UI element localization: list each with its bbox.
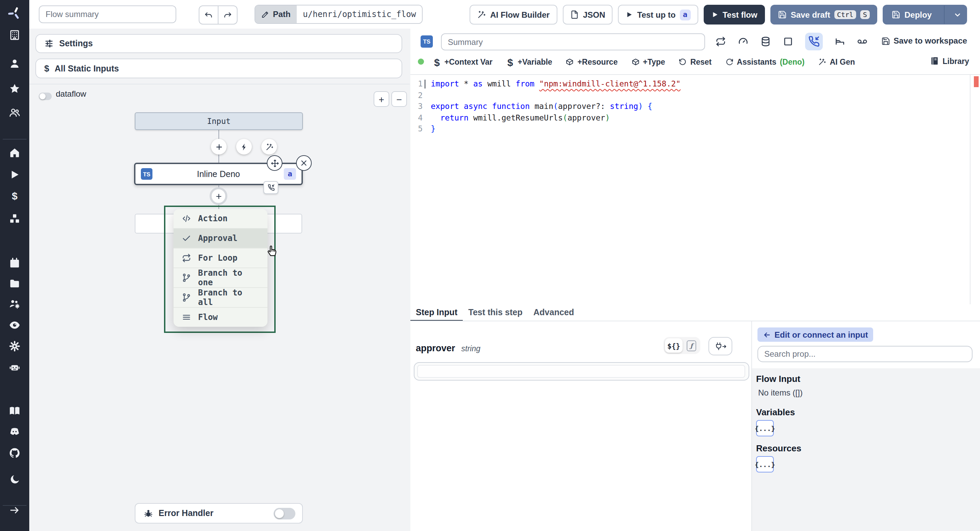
- library-button[interactable]: Library: [930, 56, 969, 65]
- rail-item-home[interactable]: [0, 144, 29, 161]
- variables-expand-button[interactable]: {...}: [756, 420, 774, 436]
- git-branch-icon: [182, 273, 191, 282]
- toolbar-resource-button[interactable]: +Resource: [566, 58, 617, 66]
- text-cursor: [424, 80, 425, 88]
- trigger-bolt-button[interactable]: [236, 139, 252, 155]
- json-button[interactable]: JSON: [563, 5, 612, 24]
- windmill-logo-icon[interactable]: [7, 5, 22, 21]
- database-icon[interactable]: [760, 36, 771, 47]
- save-to-workspace-button[interactable]: Save to workspace: [881, 36, 967, 46]
- voicemail-icon[interactable]: [857, 36, 868, 47]
- input-node[interactable]: Input: [135, 112, 303, 130]
- test-flow-button[interactable]: Test flow: [703, 5, 765, 24]
- resources-expand-button[interactable]: {...}: [756, 456, 774, 472]
- flow-summary-input[interactable]: [39, 5, 176, 23]
- rail-item-discord[interactable]: [0, 423, 29, 440]
- toolbar-reset-button[interactable]: Reset: [679, 58, 712, 66]
- step-node-title: Inline Deno: [197, 169, 240, 179]
- path-edit-button[interactable]: Path: [255, 5, 297, 23]
- ai-flow-builder-button[interactable]: AI Flow Builder: [469, 5, 557, 24]
- rail-item-gear[interactable]: [0, 337, 29, 355]
- toolbar-assistants-button[interactable]: Assistants(Deno): [725, 58, 804, 66]
- rail-item-eye[interactable]: [0, 316, 29, 333]
- rail-item-book[interactable]: [0, 402, 29, 419]
- rail-item-users-gear[interactable]: [0, 295, 29, 313]
- tab-advanced[interactable]: Advanced: [528, 304, 580, 321]
- gauge-icon[interactable]: [738, 36, 749, 47]
- eye-icon: [9, 319, 21, 330]
- rotate-ccw-icon: [679, 58, 687, 66]
- rail-item-star[interactable]: [0, 80, 29, 97]
- test-up-to-button[interactable]: Test up to a: [618, 5, 698, 24]
- bug-icon: [143, 509, 153, 518]
- step-summary-input[interactable]: [441, 33, 705, 50]
- prop-type: string: [461, 344, 480, 352]
- menu-item-approval[interactable]: Approval: [173, 229, 267, 249]
- bed-icon[interactable]: [834, 36, 845, 47]
- plug-arrow-icon: [714, 341, 727, 351]
- flow-settings-button[interactable]: Settings: [35, 34, 402, 53]
- move-step-button[interactable]: [267, 155, 282, 171]
- language-status-dot: [418, 59, 424, 65]
- undo-button[interactable]: [199, 5, 218, 24]
- save-draft-button[interactable]: Save draft Ctrl S: [770, 5, 877, 24]
- insert-step-below-button[interactable]: [210, 187, 227, 205]
- insert-step-button[interactable]: [211, 139, 227, 155]
- toolbar-contextvar-button[interactable]: $+Context Var: [433, 58, 492, 66]
- rail-item-building[interactable]: [0, 26, 29, 43]
- tab-test-this-step[interactable]: Test this step: [463, 304, 528, 321]
- error-handler-row[interactable]: Error Handler: [135, 503, 303, 523]
- wand-sparkles-icon: [265, 143, 273, 151]
- dataflow-toggle[interactable]: [39, 92, 52, 100]
- book-icon: [930, 56, 939, 65]
- toolbar-variable-button[interactable]: $+Variable: [506, 58, 552, 66]
- zoom-in-button[interactable]: +: [374, 91, 389, 107]
- redo-button[interactable]: [218, 5, 237, 24]
- repeat-icon: [182, 253, 191, 263]
- edit-or-connect-button[interactable]: Edit or connect an input: [757, 327, 873, 342]
- rail-item-user[interactable]: [0, 54, 29, 72]
- rail-item-github[interactable]: [0, 444, 29, 462]
- menu-item-for-loop[interactable]: For Loop: [173, 249, 267, 268]
- suspend-badge: [263, 181, 278, 194]
- ai-wand-button[interactable]: [261, 139, 277, 155]
- delete-step-button[interactable]: [296, 155, 312, 171]
- rail-item-users[interactable]: [0, 104, 29, 121]
- rail-item-folder[interactable]: [0, 274, 29, 292]
- zoom-out-button[interactable]: −: [391, 91, 407, 107]
- deploy-split-button: Deploy: [883, 5, 967, 24]
- error-handler-toggle[interactable]: [274, 507, 295, 519]
- search-prop-input[interactable]: [757, 346, 972, 362]
- code-editor[interactable]: 1import * as wmill from "npm:windmill-cl…: [410, 74, 980, 304]
- mode-json-button[interactable]: ${}: [665, 338, 682, 352]
- menu-item-branch-to-one[interactable]: Branch to one: [173, 268, 267, 288]
- typescript-badge: TS: [421, 35, 433, 48]
- path-control[interactable]: Path u/henri/optimistic_flow: [255, 5, 423, 24]
- tab-step-input[interactable]: Step Input: [410, 304, 463, 321]
- rail-item-moon[interactable]: [0, 470, 29, 488]
- rail-item-arrow-right[interactable]: [0, 501, 29, 519]
- line-number: 5: [412, 123, 423, 134]
- prop-value-input[interactable]: [417, 365, 745, 378]
- all-static-inputs-button[interactable]: $ All Static Inputs: [35, 59, 402, 78]
- toolbar-type-button[interactable]: +Type: [631, 58, 665, 66]
- rail-item-play[interactable]: [0, 166, 29, 183]
- rail-item-robot[interactable]: [0, 358, 29, 376]
- rail-item-calendar[interactable]: [0, 254, 29, 272]
- square-icon[interactable]: [783, 36, 794, 47]
- repeat-icon[interactable]: [715, 36, 726, 47]
- rail-item-dollar[interactable]: $: [0, 187, 29, 204]
- mode-function-button[interactable]: ƒ: [684, 338, 699, 352]
- connect-input-button[interactable]: [708, 337, 732, 356]
- package-icon: [631, 58, 640, 66]
- menu-item-action[interactable]: Action: [173, 209, 267, 229]
- toolbar-aigen-button[interactable]: AI Gen: [818, 58, 855, 66]
- menu-item-branch-to-all[interactable]: Branch to all: [173, 288, 267, 308]
- deploy-dropdown-button[interactable]: [949, 5, 966, 24]
- menu-lines-icon: [182, 313, 191, 322]
- menu-item-flow[interactable]: Flow: [173, 308, 267, 327]
- deploy-button[interactable]: Deploy: [883, 10, 940, 19]
- phone-incoming-icon[interactable]: [805, 33, 823, 50]
- rail-item-boxes[interactable]: [0, 210, 29, 227]
- rail-divider: [3, 505, 27, 506]
